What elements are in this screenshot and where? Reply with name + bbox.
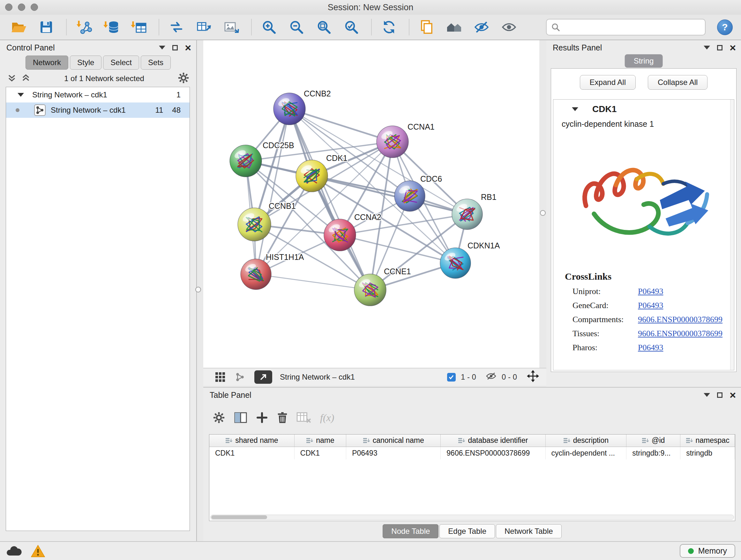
new-network-from-selection-button[interactable] xyxy=(192,17,216,38)
crosslink-link[interactable]: 9606.ENSP00000378699 xyxy=(638,315,723,324)
network-node-CCNE1[interactable] xyxy=(354,274,386,306)
right-splitter-handle[interactable] xyxy=(540,210,546,216)
export-image-button[interactable] xyxy=(219,17,244,38)
warnings-button[interactable] xyxy=(30,544,45,558)
network-node-CCNA1[interactable] xyxy=(377,126,408,158)
import-network-database-button[interactable] xyxy=(99,17,124,38)
column-header[interactable]: canonical name xyxy=(346,435,441,447)
network-options-gear-icon[interactable] xyxy=(178,72,189,85)
network-collection-row[interactable]: String Network – cdk1 1 xyxy=(6,87,190,103)
tab-string[interactable]: String xyxy=(625,54,663,68)
network-canvas[interactable]: CCNB2CCNA1CDC25BCDK1CDC6RB1CCNB1CCNA2CDK… xyxy=(203,40,539,368)
network-node-CCNA2[interactable] xyxy=(324,219,356,251)
collapse-all-button[interactable]: Collapse All xyxy=(648,75,708,90)
crosslink-row: Compartments:9606.ENSP00000378699 xyxy=(553,313,734,327)
float-panel-icon[interactable] xyxy=(172,45,178,51)
scrollbar-thumb[interactable] xyxy=(211,515,267,519)
zoom-fit-button[interactable] xyxy=(312,17,336,38)
panel-menu-icon[interactable] xyxy=(159,46,165,50)
table-row[interactable]: CDK1CDK1P064939606.ENSP00000378699cyclin… xyxy=(209,447,735,459)
save-session-button[interactable] xyxy=(34,17,59,38)
show-columns-button[interactable] xyxy=(234,412,247,424)
network-edit-button[interactable] xyxy=(164,17,189,38)
crosslink-row: Tissues:9606.ENSP00000378699 xyxy=(553,327,734,341)
collection-expand-icon[interactable] xyxy=(17,93,24,97)
float-panel-icon[interactable] xyxy=(717,392,723,398)
tab-network[interactable]: Network xyxy=(25,56,68,70)
column-header[interactable]: database identifier xyxy=(441,435,545,447)
delete-table-button[interactable] xyxy=(296,412,311,424)
create-column-button[interactable] xyxy=(256,412,268,423)
minimize-window-button[interactable] xyxy=(18,3,25,11)
protein-card-header[interactable]: CDK1 xyxy=(553,100,734,116)
open-in-window-button[interactable] xyxy=(254,370,272,384)
collapse-card-icon[interactable] xyxy=(572,107,578,111)
panel-menu-icon[interactable] xyxy=(704,46,710,50)
birds-eye-view-button[interactable] xyxy=(215,372,226,382)
import-table-button[interactable] xyxy=(126,17,151,38)
tab-style[interactable]: Style xyxy=(70,56,102,70)
import-network-file-button[interactable] xyxy=(71,17,96,38)
network-edge[interactable] xyxy=(340,235,455,263)
network-node-CCNB2[interactable] xyxy=(273,93,306,125)
table-mode-gear-button[interactable] xyxy=(213,412,225,424)
refresh-view-button[interactable] xyxy=(377,17,401,38)
card-scrollbar[interactable] xyxy=(730,100,734,370)
open-session-button[interactable] xyxy=(6,17,31,38)
close-window-button[interactable] xyxy=(5,3,12,11)
tab-network-table[interactable]: Network Table xyxy=(496,524,562,538)
selected-checkbox-icon[interactable] xyxy=(447,373,456,381)
zoom-selected-button[interactable] xyxy=(339,17,364,38)
tab-edge-table[interactable]: Edge Table xyxy=(440,524,495,538)
column-header[interactable]: name xyxy=(294,435,346,447)
expand-all-button[interactable]: Expand All xyxy=(580,75,636,90)
vertical-splitter[interactable] xyxy=(539,40,546,368)
column-header[interactable]: shared name xyxy=(209,435,294,447)
trash-icon xyxy=(277,412,287,424)
network-node-CCNB1[interactable] xyxy=(238,208,271,241)
string-home-button[interactable] xyxy=(442,17,467,38)
tab-node-table[interactable]: Node Table xyxy=(383,524,439,538)
tab-sets[interactable]: Sets xyxy=(141,56,171,70)
network-node-CDC25B[interactable] xyxy=(230,145,262,177)
network-edge[interactable] xyxy=(256,274,370,290)
delete-column-button[interactable] xyxy=(277,412,287,424)
show-all-button[interactable] xyxy=(496,17,522,38)
cloud-status-button[interactable] xyxy=(6,545,22,557)
zoom-out-button[interactable] xyxy=(284,17,309,38)
collapse-all-networks-icon[interactable] xyxy=(7,73,17,84)
crosslink-link[interactable]: 9606.ENSP00000378699 xyxy=(638,329,723,338)
left-splitter-handle[interactable] xyxy=(195,287,201,293)
crosslink-link[interactable]: P06493 xyxy=(638,301,663,310)
network-node-CDC6[interactable] xyxy=(394,181,425,211)
column-header[interactable]: description xyxy=(545,435,626,447)
float-panel-icon[interactable] xyxy=(717,45,723,51)
memory-button[interactable]: Memory xyxy=(680,544,735,558)
search-input[interactable] xyxy=(546,19,705,36)
tab-select[interactable]: Select xyxy=(103,56,139,70)
panel-menu-icon[interactable] xyxy=(704,393,710,397)
network-edge[interactable] xyxy=(289,109,370,290)
column-header[interactable]: @id xyxy=(626,435,680,447)
function-builder-button[interactable]: f(x) xyxy=(320,412,334,424)
import-table-icon xyxy=(131,19,147,35)
network-overview-button[interactable] xyxy=(234,372,246,382)
help-button[interactable]: ? xyxy=(717,19,733,35)
network-graph[interactable]: CCNB2CCNA1CDC25BCDK1CDC6RB1CCNB1CCNA2CDK… xyxy=(203,40,539,368)
close-panel-icon[interactable]: × xyxy=(730,42,736,53)
network-row-selected[interactable]: String Network – cdk1 11 48 xyxy=(6,103,190,118)
close-panel-icon[interactable]: × xyxy=(730,389,736,400)
crosslink-link[interactable]: P06493 xyxy=(638,287,663,296)
zoom-in-button[interactable] xyxy=(257,17,281,38)
table-horizontal-scrollbar[interactable] xyxy=(210,515,734,520)
network-edge[interactable] xyxy=(289,109,393,142)
pan-tool-icon[interactable] xyxy=(527,370,539,384)
clone-network-button[interactable] xyxy=(414,17,439,38)
expand-all-networks-icon[interactable] xyxy=(21,73,30,84)
maximize-window-button[interactable] xyxy=(30,3,38,11)
hide-selected-button[interactable] xyxy=(469,17,494,38)
crosslink-link[interactable]: P06493 xyxy=(638,343,663,353)
column-header[interactable]: namespac xyxy=(680,435,735,447)
close-panel-icon[interactable]: × xyxy=(185,42,191,53)
table-panel-header: Table Panel × xyxy=(203,388,741,402)
